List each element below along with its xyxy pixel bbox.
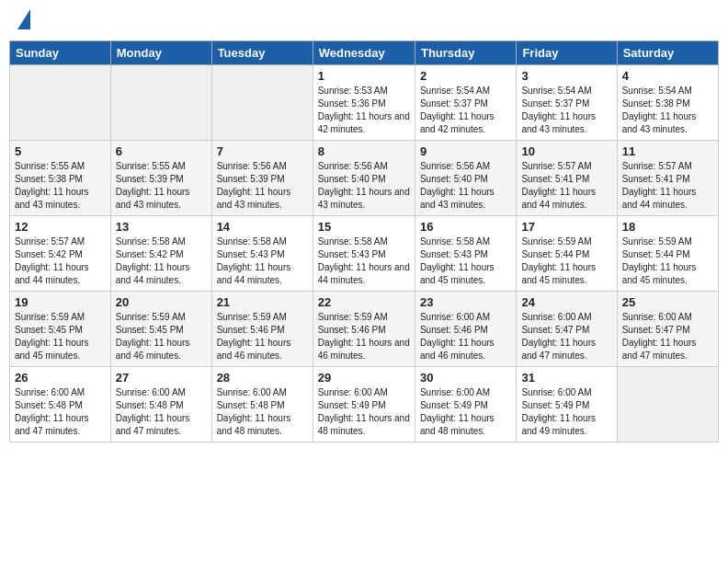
day-number: 15 xyxy=(318,220,410,234)
calendar-cell: 30Sunrise: 6:00 AMSunset: 5:49 PMDayligh… xyxy=(415,367,516,442)
day-number: 6 xyxy=(116,144,207,158)
day-info: Sunrise: 5:59 AMSunset: 5:45 PMDaylight:… xyxy=(15,311,106,362)
day-number: 14 xyxy=(217,220,308,234)
weekday-header-wednesday: Wednesday xyxy=(313,41,415,65)
day-number: 1 xyxy=(318,69,410,83)
day-number: 19 xyxy=(15,295,106,309)
day-number: 10 xyxy=(521,144,611,158)
calendar-cell: 23Sunrise: 6:00 AMSunset: 5:46 PMDayligh… xyxy=(415,292,516,367)
day-number: 25 xyxy=(622,295,713,309)
calendar-week-row: 26Sunrise: 6:00 AMSunset: 5:48 PMDayligh… xyxy=(10,367,719,442)
weekday-header-friday: Friday xyxy=(517,41,617,65)
weekday-header-thursday: Thursday xyxy=(415,41,516,65)
day-info: Sunrise: 5:54 AMSunset: 5:37 PMDaylight:… xyxy=(521,85,611,136)
day-info: Sunrise: 5:56 AMSunset: 5:40 PMDaylight:… xyxy=(318,160,410,212)
calendar-cell: 20Sunrise: 5:59 AMSunset: 5:45 PMDayligh… xyxy=(110,292,211,367)
calendar-cell: 15Sunrise: 5:58 AMSunset: 5:43 PMDayligh… xyxy=(313,216,415,292)
day-info: Sunrise: 5:57 AMSunset: 5:41 PMDaylight:… xyxy=(521,160,611,212)
day-info: Sunrise: 5:56 AMSunset: 5:40 PMDaylight:… xyxy=(420,160,511,212)
weekday-header-monday: Monday xyxy=(110,41,211,65)
calendar-cell: 19Sunrise: 5:59 AMSunset: 5:45 PMDayligh… xyxy=(10,292,111,367)
day-number: 2 xyxy=(420,69,511,83)
day-number: 7 xyxy=(217,144,308,158)
day-info: Sunrise: 6:00 AMSunset: 5:47 PMDaylight:… xyxy=(521,311,611,362)
calendar-cell: 27Sunrise: 6:00 AMSunset: 5:48 PMDayligh… xyxy=(110,367,211,442)
calendar-cell: 16Sunrise: 5:58 AMSunset: 5:43 PMDayligh… xyxy=(415,216,516,292)
weekday-header-tuesday: Tuesday xyxy=(211,41,313,65)
calendar-cell: 9Sunrise: 5:56 AMSunset: 5:40 PMDaylight… xyxy=(415,141,516,216)
logo-triangle-icon xyxy=(17,9,30,29)
calendar-cell: 21Sunrise: 5:59 AMSunset: 5:46 PMDayligh… xyxy=(211,292,313,367)
calendar-cell: 1Sunrise: 5:53 AMSunset: 5:36 PMDaylight… xyxy=(313,65,415,141)
day-info: Sunrise: 6:00 AMSunset: 5:47 PMDaylight:… xyxy=(622,311,713,362)
calendar-cell: 10Sunrise: 5:57 AMSunset: 5:41 PMDayligh… xyxy=(517,141,617,216)
day-number: 11 xyxy=(622,144,713,158)
day-number: 27 xyxy=(116,371,207,385)
calendar-cell: 31Sunrise: 6:00 AMSunset: 5:49 PMDayligh… xyxy=(517,367,617,442)
calendar-cell xyxy=(10,65,111,141)
day-info: Sunrise: 6:00 AMSunset: 5:48 PMDaylight:… xyxy=(217,386,308,438)
day-number: 5 xyxy=(15,144,106,158)
calendar-cell: 7Sunrise: 5:56 AMSunset: 5:39 PMDaylight… xyxy=(211,141,313,216)
day-number: 22 xyxy=(318,295,410,309)
day-number: 31 xyxy=(521,371,611,385)
day-info: Sunrise: 5:54 AMSunset: 5:38 PMDaylight:… xyxy=(622,85,713,136)
day-number: 24 xyxy=(521,295,611,309)
calendar-cell: 4Sunrise: 5:54 AMSunset: 5:38 PMDaylight… xyxy=(617,65,718,141)
calendar-cell: 17Sunrise: 5:59 AMSunset: 5:44 PMDayligh… xyxy=(517,216,617,292)
calendar-cell: 2Sunrise: 5:54 AMSunset: 5:37 PMDaylight… xyxy=(415,65,516,141)
day-info: Sunrise: 5:56 AMSunset: 5:39 PMDaylight:… xyxy=(217,160,308,212)
day-info: Sunrise: 5:59 AMSunset: 5:45 PMDaylight:… xyxy=(116,311,207,362)
day-info: Sunrise: 5:53 AMSunset: 5:36 PMDaylight:… xyxy=(318,85,410,136)
day-number: 18 xyxy=(622,220,713,234)
calendar-cell: 28Sunrise: 6:00 AMSunset: 5:48 PMDayligh… xyxy=(211,367,313,442)
day-number: 4 xyxy=(622,69,713,83)
calendar-cell: 6Sunrise: 5:55 AMSunset: 5:39 PMDaylight… xyxy=(110,141,211,216)
day-info: Sunrise: 5:54 AMSunset: 5:37 PMDaylight:… xyxy=(420,85,511,136)
calendar-cell: 14Sunrise: 5:58 AMSunset: 5:43 PMDayligh… xyxy=(211,216,313,292)
day-number: 13 xyxy=(116,220,207,234)
calendar-week-row: 19Sunrise: 5:59 AMSunset: 5:45 PMDayligh… xyxy=(10,292,719,367)
logo xyxy=(15,13,30,29)
calendar-cell xyxy=(110,65,211,141)
calendar-cell: 11Sunrise: 5:57 AMSunset: 5:41 PMDayligh… xyxy=(617,141,718,216)
day-info: Sunrise: 5:57 AMSunset: 5:42 PMDaylight:… xyxy=(15,236,106,287)
calendar-cell: 22Sunrise: 5:59 AMSunset: 5:46 PMDayligh… xyxy=(313,292,415,367)
day-number: 12 xyxy=(15,220,106,234)
day-info: Sunrise: 6:00 AMSunset: 5:49 PMDaylight:… xyxy=(318,386,410,438)
day-number: 29 xyxy=(318,371,410,385)
day-info: Sunrise: 5:59 AMSunset: 5:44 PMDaylight:… xyxy=(622,236,713,287)
day-info: Sunrise: 5:55 AMSunset: 5:38 PMDaylight:… xyxy=(15,160,106,212)
page-header xyxy=(9,9,719,33)
day-info: Sunrise: 5:55 AMSunset: 5:39 PMDaylight:… xyxy=(116,160,207,212)
day-number: 20 xyxy=(116,295,207,309)
calendar-week-row: 12Sunrise: 5:57 AMSunset: 5:42 PMDayligh… xyxy=(10,216,719,292)
day-info: Sunrise: 5:58 AMSunset: 5:43 PMDaylight:… xyxy=(420,236,511,287)
day-number: 17 xyxy=(521,220,611,234)
calendar-header-row: SundayMondayTuesdayWednesdayThursdayFrid… xyxy=(10,41,719,65)
day-number: 28 xyxy=(217,371,308,385)
day-info: Sunrise: 5:59 AMSunset: 5:44 PMDaylight:… xyxy=(521,236,611,287)
calendar-week-row: 1Sunrise: 5:53 AMSunset: 5:36 PMDaylight… xyxy=(10,65,719,141)
calendar-cell: 3Sunrise: 5:54 AMSunset: 5:37 PMDaylight… xyxy=(517,65,617,141)
day-number: 9 xyxy=(420,144,511,158)
day-number: 23 xyxy=(420,295,511,309)
weekday-header-saturday: Saturday xyxy=(617,41,718,65)
calendar-cell: 13Sunrise: 5:58 AMSunset: 5:42 PMDayligh… xyxy=(110,216,211,292)
day-info: Sunrise: 6:00 AMSunset: 5:48 PMDaylight:… xyxy=(15,386,106,438)
calendar-cell: 26Sunrise: 6:00 AMSunset: 5:48 PMDayligh… xyxy=(10,367,111,442)
day-number: 8 xyxy=(318,144,410,158)
calendar-table: SundayMondayTuesdayWednesdayThursdayFrid… xyxy=(9,40,719,442)
day-number: 3 xyxy=(521,69,611,83)
calendar-cell xyxy=(211,65,313,141)
day-info: Sunrise: 6:00 AMSunset: 5:48 PMDaylight:… xyxy=(116,386,207,438)
calendar-cell: 25Sunrise: 6:00 AMSunset: 5:47 PMDayligh… xyxy=(617,292,718,367)
day-info: Sunrise: 6:00 AMSunset: 5:49 PMDaylight:… xyxy=(521,386,611,438)
day-number: 21 xyxy=(217,295,308,309)
day-number: 26 xyxy=(15,371,106,385)
day-info: Sunrise: 6:00 AMSunset: 5:49 PMDaylight:… xyxy=(420,386,511,438)
calendar-cell: 12Sunrise: 5:57 AMSunset: 5:42 PMDayligh… xyxy=(10,216,111,292)
day-info: Sunrise: 5:58 AMSunset: 5:42 PMDaylight:… xyxy=(116,236,207,287)
calendar-cell xyxy=(617,367,718,442)
day-number: 30 xyxy=(420,371,511,385)
